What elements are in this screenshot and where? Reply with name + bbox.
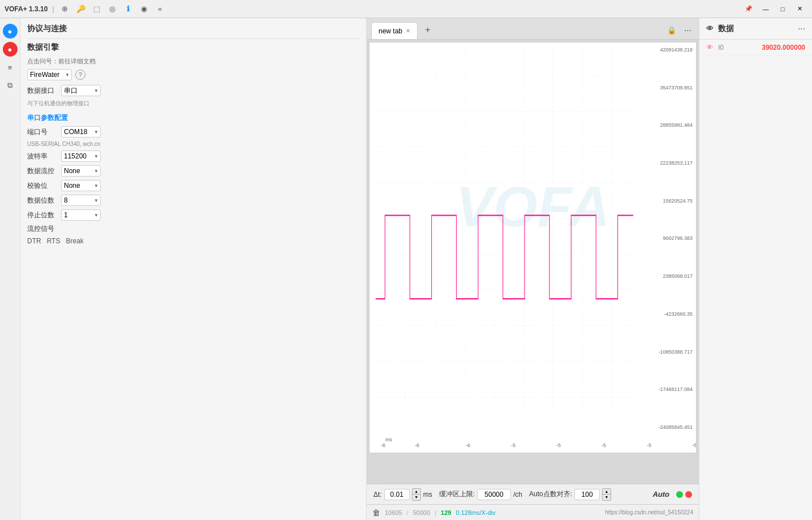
port-info: USB-SERIAL CH340, wch.cn	[27, 141, 359, 147]
tab-close-button[interactable]: ✕	[406, 28, 410, 34]
delta-t-up[interactable]: ▲	[413, 489, 420, 495]
delta-t-item: Δt: ▲ ▼ ms	[373, 488, 432, 501]
right-panel-more[interactable]: ···	[798, 24, 805, 34]
y-label-3: 22238253.117	[658, 160, 693, 166]
close-button[interactable]: ✕	[792, 1, 807, 17]
interface-select-wrapper[interactable]: 串口	[61, 85, 101, 96]
buffer-label: 缓冲区上限:	[439, 489, 475, 499]
buffer-input[interactable]	[477, 489, 511, 500]
sidebar-icon-menu[interactable]: ≡	[3, 60, 18, 75]
auto-align-spinner[interactable]: ▲ ▼	[602, 488, 611, 501]
y-label-10: -24085845.451	[658, 424, 693, 430]
data-interface-label: 数据接口	[27, 86, 61, 96]
left-icon-strip: ● ● ≡ ⧉	[0, 18, 20, 520]
channel-eye-icon[interactable]: 👁	[706, 43, 714, 51]
databits-select[interactable]: 8	[61, 195, 101, 206]
tab-label: new tab	[379, 27, 402, 35]
fingerprint-icon[interactable]: ◉	[138, 3, 151, 15]
auto-align-item: Auto点数对齐: ▲ ▼	[529, 488, 611, 501]
flow-controls: DTR RTS Break	[27, 237, 359, 245]
info-icon[interactable]: ℹ	[122, 3, 135, 15]
auto-button[interactable]: Auto	[652, 490, 669, 498]
auto-align-input[interactable]	[574, 489, 600, 500]
center-panel: new tab ✕ + 🔒 ⋯ VOFA 42091438.218 354737…	[367, 18, 699, 520]
databits-select-wrapper[interactable]: 8	[61, 195, 101, 206]
parity-select[interactable]: None	[61, 180, 101, 191]
stopbits-select-wrapper[interactable]: 1	[61, 209, 101, 221]
x-start-label: -6	[381, 442, 385, 448]
parity-select-wrapper[interactable]: None	[61, 180, 101, 191]
sidebar-icon-record[interactable]: ●	[3, 42, 18, 57]
delta-t-input[interactable]	[384, 489, 410, 500]
databits-row: 数据位数 8	[27, 195, 359, 206]
baud-select-wrapper[interactable]: 115200	[61, 151, 101, 162]
databits-label: 数据位数	[27, 196, 61, 205]
right-panel-title: 👁 数据	[706, 24, 734, 34]
right-panel-header: 👁 数据 ···	[699, 18, 812, 40]
active-tab[interactable]: new tab ✕	[371, 22, 418, 39]
x-tick-3: -5	[511, 442, 515, 448]
more-tab-button[interactable]: ⋯	[681, 23, 694, 37]
interface-select[interactable]: 串口	[61, 85, 101, 96]
baud-select[interactable]: 115200	[61, 151, 101, 162]
trash-button[interactable]: 🗑	[372, 508, 380, 517]
key-icon[interactable]: 🔑	[75, 3, 87, 15]
y-label-8: -10850388.717	[658, 349, 693, 355]
delta-t-spinner[interactable]: ▲ ▼	[412, 488, 421, 501]
box-icon[interactable]: ⬚	[91, 3, 103, 15]
flow-row: 数据流控 None	[27, 165, 359, 177]
parity-label: 校验位	[27, 181, 61, 191]
status-xdiv: 0.128ms/X-div	[456, 509, 495, 516]
engine-select[interactable]: FireWater	[27, 69, 72, 80]
stopbits-select[interactable]: 1	[61, 209, 101, 221]
pin-button[interactable]: 📌	[741, 1, 757, 17]
parity-row: 校验位 None	[27, 180, 359, 191]
y-label-9: -17468117.084	[658, 386, 693, 392]
break-label[interactable]: Break	[66, 237, 83, 245]
chart-svg	[370, 42, 639, 430]
y-label-2: 28855981.484	[658, 122, 693, 128]
channel-value: 39020.000000	[762, 44, 805, 51]
y-label-5: 9002796.383	[658, 235, 693, 241]
data-interface-row: 数据接口 串口	[27, 85, 359, 96]
circle-dot-icon[interactable]: ◎	[106, 3, 119, 15]
flow-select[interactable]: None	[61, 165, 101, 177]
titlebar: VOFA+ 1.3.10 | ⊕ 🔑 ⬚ ◎ ℹ ◉ « 📌 — □ ✕	[0, 0, 812, 18]
y-label-7: -4232660.35	[658, 311, 693, 317]
port-select-wrapper[interactable]: COM18	[61, 126, 101, 137]
flow-select-wrapper[interactable]: None	[61, 165, 101, 177]
sidebar-icon-copy[interactable]: ⧉	[3, 78, 18, 93]
y-axis: 42091438.218 35473709.851 28855981.484 2…	[658, 47, 693, 430]
status-max: 50000	[413, 509, 431, 516]
arrows-left-icon[interactable]: «	[154, 3, 166, 15]
sidebar-icon-connect[interactable]: ●	[3, 24, 18, 38]
tab-bar: new tab ✕ + 🔒 ⋯	[367, 18, 699, 40]
lock-tab-button[interactable]: 🔒	[665, 23, 678, 37]
stopbits-label: 停止位数	[27, 210, 61, 220]
dot-red	[685, 491, 692, 498]
delta-t-down[interactable]: ▼	[413, 495, 420, 500]
engine-select-wrapper[interactable]: FireWater	[27, 69, 72, 80]
y-label-4: 15620524.75	[658, 198, 693, 204]
x-unit-label: ms	[385, 437, 392, 442]
channel-name: I0	[718, 44, 757, 51]
status-url: https://blog.csdn.net/oul_54150224	[605, 509, 693, 515]
target-icon[interactable]: ⊕	[59, 3, 71, 15]
dot-green	[676, 491, 683, 498]
auto-align-down[interactable]: ▼	[603, 495, 611, 500]
add-tab-button[interactable]: +	[420, 22, 436, 38]
help-button[interactable]: ?	[75, 70, 85, 80]
port-select[interactable]: COM18	[61, 126, 101, 137]
rts-label[interactable]: RTS	[47, 237, 61, 245]
dtr-label[interactable]: DTR	[27, 237, 41, 245]
x-tick-4: -5	[556, 442, 561, 448]
buffer-item: 缓冲区上限: /ch	[439, 489, 522, 500]
delta-t-unit: ms	[423, 491, 432, 498]
auto-align-up[interactable]: ▲	[603, 489, 611, 495]
auto-align-label: Auto点数对齐:	[529, 489, 572, 499]
maximize-button[interactable]: □	[775, 1, 790, 17]
baud-label: 波特率	[27, 152, 61, 161]
interface-desc: 与下位机通信的物理接口	[27, 100, 359, 108]
y-label-1: 35473709.851	[658, 85, 693, 91]
minimize-button[interactable]: —	[758, 1, 774, 17]
